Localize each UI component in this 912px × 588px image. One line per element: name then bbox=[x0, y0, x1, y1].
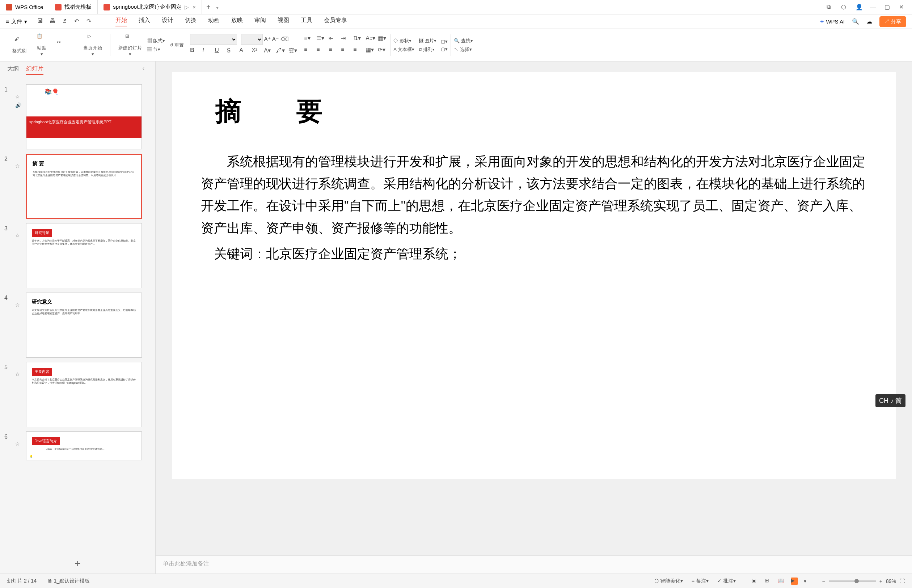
find-button[interactable]: 🔍 查找▾ bbox=[454, 37, 473, 44]
underline-icon[interactable]: U bbox=[215, 47, 224, 57]
slide-canvas[interactable]: 摘 要 系统根据现有的管理模块进行开发和扩展，采用面向对象的开发的思想和结构化的… bbox=[156, 61, 912, 556]
zoom-out-icon[interactable]: − bbox=[822, 578, 825, 584]
zoom-in-icon[interactable]: + bbox=[880, 578, 882, 584]
convert-icon[interactable]: ⟳▾ bbox=[378, 46, 387, 56]
close-icon[interactable]: × bbox=[193, 4, 196, 10]
slide-thumbnail-5[interactable]: 主要内容 本文首先介绍了北京医疗企业固定资产管理系统的研究背景和意义，然后对系统… bbox=[26, 362, 142, 427]
star-icon[interactable]: ☆ bbox=[15, 372, 26, 377]
slideshow-icon[interactable]: ▶ bbox=[791, 578, 798, 585]
numbered-list-icon[interactable]: ☰▾ bbox=[316, 35, 326, 44]
shape-button[interactable]: ◇ 形状▾ bbox=[394, 37, 415, 44]
font-family-select[interactable] bbox=[190, 34, 237, 45]
redo-icon[interactable]: ↷ bbox=[86, 18, 94, 26]
cut-button[interactable]: ✂ bbox=[52, 39, 72, 51]
window-icon[interactable]: ⧉ bbox=[826, 3, 834, 11]
picture-button[interactable]: 🖼 图片▾ bbox=[419, 37, 437, 44]
slide-counter[interactable]: 幻灯片 2 / 14 bbox=[7, 578, 37, 585]
notes-area[interactable]: 单击此处添加备注 bbox=[156, 556, 912, 573]
arrange-button[interactable]: ⧉ 排列▾ bbox=[419, 46, 437, 53]
search-icon[interactable]: 🔍 bbox=[852, 18, 859, 25]
slide-thumbnail-2[interactable]: 摘 要 系统根据现有的管理模块进行开发和扩展，采用面向对象的开发的思想和结构化的… bbox=[26, 154, 142, 219]
menu-insert[interactable]: 插入 bbox=[139, 17, 150, 26]
new-slide-button[interactable]: ⊞ 新建幻灯片▾ bbox=[113, 33, 147, 57]
increase-font-icon[interactable]: A⁺ bbox=[264, 36, 271, 42]
star-icon[interactable]: ☆ bbox=[15, 233, 26, 238]
ime-indicator[interactable]: CH ♪ 简 bbox=[875, 394, 906, 407]
distribute-icon[interactable]: ≡ bbox=[353, 46, 363, 56]
template-name[interactable]: 🗎 1_默认设计模板 bbox=[47, 578, 90, 585]
slide-thumbnail-1[interactable]: 📚🎈 springboot北京医疗企业固定资产管理系统PPT bbox=[26, 84, 142, 149]
slide-thumbnail-4[interactable]: 研究意义 本文经研究分析后认为北京医疗企业固定资产管理系统对当前企业具有重要意义… bbox=[26, 292, 142, 358]
maximize-icon[interactable]: ▢ bbox=[884, 3, 892, 11]
undo-icon[interactable]: ↶ bbox=[74, 18, 82, 26]
line-spacing-icon[interactable]: ⇅▾ bbox=[353, 35, 363, 44]
align-right-icon[interactable]: ≡ bbox=[329, 46, 338, 56]
review-toggle[interactable]: ✓ 批注▾ bbox=[717, 578, 736, 585]
slide-body[interactable]: 系统根据现有的管理模块进行开发和扩展，采用面向对象的开发的思想和结构化的开发方法… bbox=[201, 150, 867, 239]
align-center-icon[interactable]: ≡ bbox=[316, 46, 326, 56]
slide-keywords[interactable]: 关键词：北京医疗企业固定资产管理系统； bbox=[214, 243, 867, 265]
highlight-icon[interactable]: A bbox=[239, 47, 249, 57]
sound-icon[interactable]: 🔊 bbox=[15, 102, 26, 108]
chevron-down-icon[interactable]: ▾ bbox=[216, 5, 219, 10]
wps-ai-button[interactable]: ✦ WPS AI bbox=[820, 18, 845, 25]
notes-toggle[interactable]: ≡ 备注▾ bbox=[692, 578, 709, 585]
cloud-icon[interactable]: ☁ bbox=[867, 18, 872, 25]
menu-transition[interactable]: 切换 bbox=[185, 17, 196, 26]
avatar-icon[interactable]: 👤 bbox=[855, 3, 863, 11]
fill-color-icon[interactable]: 🖍▾ bbox=[276, 47, 285, 57]
layout-button[interactable]: ▦ 版式▾ bbox=[147, 37, 165, 44]
minimize-icon[interactable]: — bbox=[870, 3, 877, 11]
save-icon[interactable]: 🖫 bbox=[37, 18, 45, 26]
bullet-list-icon[interactable]: ≡▾ bbox=[304, 35, 313, 44]
chevron-down-icon[interactable]: ▾ bbox=[804, 578, 806, 584]
font-color-icon[interactable]: A▾ bbox=[264, 47, 273, 57]
cube-icon[interactable]: ⬡ bbox=[841, 3, 848, 11]
text-direction-icon[interactable]: A↕▾ bbox=[366, 35, 375, 44]
close-window-icon[interactable]: ✕ bbox=[899, 3, 906, 11]
star-icon[interactable]: ☆ bbox=[15, 441, 26, 447]
change-case-icon[interactable]: 变▾ bbox=[288, 47, 298, 57]
star-icon[interactable]: ☆ bbox=[15, 163, 26, 169]
align-left-icon[interactable]: ≡ bbox=[304, 46, 313, 56]
menu-animation[interactable]: 动画 bbox=[208, 17, 220, 26]
slide-thumbnail-3[interactable]: 研究背景 近年来，人们的生活水平不断提高，对各类产品的需求量不断增加，医疗企业也… bbox=[26, 223, 142, 288]
file-menu[interactable]: ≡ 文件 ▾ bbox=[6, 18, 27, 25]
columns-icon[interactable]: ▦▾ bbox=[366, 46, 375, 56]
normal-view-icon[interactable]: ▣ bbox=[752, 578, 759, 585]
slides-tab[interactable]: 幻灯片 bbox=[26, 65, 44, 75]
format-brush-button[interactable]: 🖌 格式刷 bbox=[7, 36, 31, 54]
italic-icon[interactable]: I bbox=[202, 47, 212, 57]
current-slide[interactable]: 摘 要 系统根据现有的管理模块进行开发和扩展，采用面向对象的开发的思想和结构化的… bbox=[172, 72, 896, 479]
tab-wps-office[interactable]: WPS Office bbox=[0, 0, 49, 14]
increase-indent-icon[interactable]: ⇥ bbox=[341, 35, 350, 44]
fit-to-window-icon[interactable]: ⛶ bbox=[900, 578, 905, 584]
add-slide-button[interactable]: + bbox=[0, 553, 155, 573]
bold-icon[interactable]: B bbox=[190, 47, 199, 57]
strikethrough-icon[interactable]: S̶ bbox=[227, 47, 237, 57]
style-outline-button[interactable]: ▢▾ bbox=[441, 46, 448, 52]
select-button[interactable]: ↖ 选择▾ bbox=[454, 46, 473, 53]
zoom-level[interactable]: 89% bbox=[886, 578, 896, 584]
section-button[interactable]: ▤ 节▾ bbox=[147, 46, 165, 53]
paste-button[interactable]: 📋 粘贴▾ bbox=[31, 33, 52, 57]
star-icon[interactable]: ☆ bbox=[15, 94, 26, 99]
tab-current-document[interactable]: springboot北京医疗企业固定 ▷ × bbox=[98, 0, 202, 14]
slide-title[interactable]: 摘 要 bbox=[215, 94, 867, 129]
align-text-icon[interactable]: ▦▾ bbox=[378, 35, 387, 44]
preview-icon[interactable]: 🗎 bbox=[62, 18, 70, 26]
menu-slideshow[interactable]: 放映 bbox=[231, 17, 243, 26]
menu-view[interactable]: 视图 bbox=[278, 17, 289, 26]
menu-tools[interactable]: 工具 bbox=[301, 17, 312, 26]
decrease-font-icon[interactable]: A⁻ bbox=[272, 36, 279, 42]
align-justify-icon[interactable]: ≡ bbox=[341, 46, 350, 56]
clear-format-icon[interactable]: ⌫ bbox=[280, 36, 289, 42]
menu-design[interactable]: 设计 bbox=[162, 17, 173, 26]
style-fill-button[interactable]: ▢▾ bbox=[441, 39, 448, 44]
outline-tab[interactable]: 大纲 bbox=[7, 65, 19, 75]
collapse-sidebar-icon[interactable]: ‹ bbox=[143, 65, 144, 75]
reset-button[interactable]: ↺ 重置 bbox=[169, 42, 184, 48]
play-from-current-button[interactable]: ▷ 当页开始▾ bbox=[78, 33, 107, 57]
star-icon[interactable]: ☆ bbox=[15, 302, 26, 308]
tab-templates[interactable]: 找稻壳模板 bbox=[49, 0, 98, 14]
